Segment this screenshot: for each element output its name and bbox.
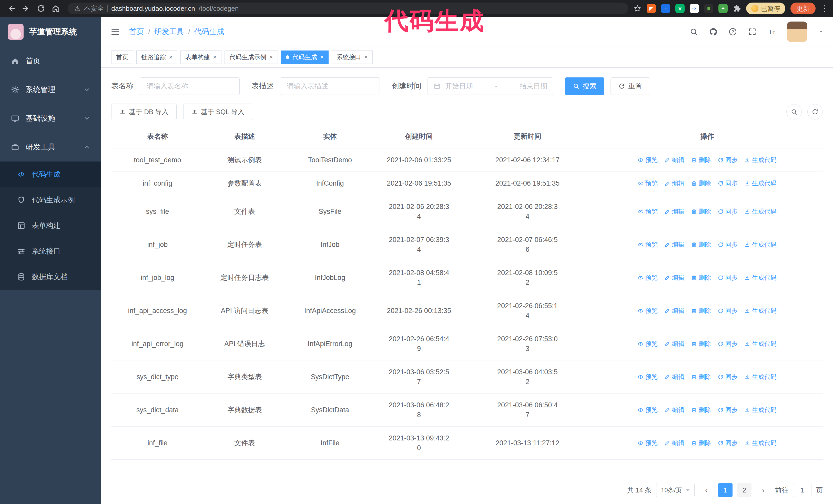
browser-menu-icon[interactable]: ⋮ bbox=[821, 7, 828, 10]
page-size-select[interactable]: 10条/页 bbox=[656, 483, 695, 497]
sync-link[interactable]: 同步 bbox=[718, 405, 738, 415]
browser-update-button[interactable]: 更新 bbox=[790, 3, 815, 14]
breadcrumb-home[interactable]: 首页 bbox=[129, 27, 144, 37]
extension-icon-leaf[interactable]: ✦ bbox=[718, 4, 728, 13]
generate-code-link[interactable]: 生成代码 bbox=[744, 240, 777, 249]
tab-form-builder[interactable]: 表单构建 × bbox=[181, 50, 221, 64]
preview-link[interactable]: 预览 bbox=[638, 372, 658, 382]
github-icon[interactable] bbox=[709, 27, 718, 36]
edit-link[interactable]: 编辑 bbox=[664, 306, 684, 316]
preview-link[interactable]: 预览 bbox=[638, 240, 658, 249]
help-icon[interactable]: ? bbox=[729, 27, 737, 36]
tab-codegen-example[interactable]: 代码生成示例 × bbox=[224, 50, 278, 64]
tab-system-api[interactable]: 系统接口 × bbox=[332, 50, 373, 64]
delete-link[interactable]: 删除 bbox=[691, 405, 711, 415]
browser-reload-button[interactable] bbox=[34, 2, 48, 15]
generate-code-link[interactable]: 生成代码 bbox=[744, 207, 777, 216]
extension-icon-drop[interactable]: ◦ bbox=[661, 4, 670, 13]
tab-codegen[interactable]: 代码生成 × bbox=[281, 50, 329, 64]
delete-link[interactable]: 删除 bbox=[691, 155, 711, 165]
profile-paused-badge[interactable]: 已暂停 bbox=[746, 3, 785, 14]
generate-code-link[interactable]: 生成代码 bbox=[744, 339, 777, 349]
caret-down-icon[interactable] bbox=[818, 29, 824, 34]
font-size-icon[interactable]: TT bbox=[767, 27, 776, 36]
browser-home-button[interactable] bbox=[49, 2, 63, 15]
app-logo[interactable]: 芋道管理系统 bbox=[0, 17, 101, 47]
delete-link[interactable]: 删除 bbox=[691, 339, 711, 349]
sync-link[interactable]: 同步 bbox=[718, 372, 738, 382]
edit-link[interactable]: 编辑 bbox=[664, 207, 684, 216]
preview-link[interactable]: 预览 bbox=[638, 155, 658, 165]
sync-link[interactable]: 同步 bbox=[718, 155, 738, 165]
generate-code-link[interactable]: 生成代码 bbox=[744, 438, 777, 448]
sidebar-item-home[interactable]: 首页 bbox=[0, 47, 101, 75]
preview-link[interactable]: 预览 bbox=[638, 339, 658, 349]
sync-link[interactable]: 同步 bbox=[718, 306, 738, 316]
edit-link[interactable]: 编辑 bbox=[664, 438, 684, 448]
delete-link[interactable]: 删除 bbox=[691, 273, 711, 283]
date-range-picker[interactable]: 开始日期 - 结束日期 bbox=[428, 77, 553, 95]
sidebar-item-codegen[interactable]: 代码生成 bbox=[0, 162, 101, 187]
sync-link[interactable]: 同步 bbox=[718, 207, 738, 216]
prev-page-button[interactable]: ‹ bbox=[699, 483, 714, 497]
sidebar-item-infrastructure[interactable]: 基础设施 bbox=[0, 104, 101, 133]
sidebar-item-form-builder[interactable]: 表单构建 bbox=[0, 213, 101, 238]
edit-link[interactable]: 编辑 bbox=[664, 372, 684, 382]
close-icon[interactable]: × bbox=[213, 54, 217, 61]
preview-link[interactable]: 预览 bbox=[638, 405, 658, 415]
next-page-button[interactable]: › bbox=[756, 483, 770, 497]
delete-link[interactable]: 删除 bbox=[691, 240, 711, 249]
sidebar-item-db-docs[interactable]: 数据库文档 bbox=[0, 264, 101, 290]
delete-link[interactable]: 删除 bbox=[691, 178, 711, 188]
extension-icon-fox[interactable]: ◤ bbox=[647, 4, 656, 13]
sidebar-item-devtools[interactable]: 研发工具 bbox=[0, 133, 101, 162]
preview-link[interactable]: 预览 bbox=[638, 438, 658, 448]
page-button-1[interactable]: 1 bbox=[718, 483, 733, 497]
edit-link[interactable]: 编辑 bbox=[664, 240, 684, 249]
sync-link[interactable]: 同步 bbox=[718, 438, 738, 448]
extension-icon-check[interactable]: V bbox=[675, 4, 685, 13]
edit-link[interactable]: 编辑 bbox=[664, 155, 684, 165]
address-bar[interactable]: ⚠ 不安全 dashboard.yudao.iocoder.cn/tool/co… bbox=[68, 3, 628, 14]
sidebar-item-system-api[interactable]: 系统接口 bbox=[0, 238, 101, 264]
edit-link[interactable]: 编辑 bbox=[664, 339, 684, 349]
close-icon[interactable]: × bbox=[320, 54, 324, 61]
bookmark-star-icon[interactable] bbox=[633, 4, 642, 13]
close-icon[interactable]: × bbox=[169, 54, 172, 61]
preview-link[interactable]: 预览 bbox=[638, 178, 658, 188]
close-icon[interactable]: × bbox=[364, 54, 368, 61]
browser-back-button[interactable] bbox=[5, 2, 18, 15]
preview-link[interactable]: 预览 bbox=[638, 273, 658, 283]
generate-code-link[interactable]: 生成代码 bbox=[744, 178, 777, 188]
security-label[interactable]: 不安全 bbox=[84, 4, 104, 13]
extensions-puzzle-icon[interactable] bbox=[733, 4, 741, 13]
close-icon[interactable]: × bbox=[269, 54, 273, 61]
generate-code-link[interactable]: 生成代码 bbox=[744, 273, 777, 283]
delete-link[interactable]: 删除 bbox=[691, 306, 711, 316]
edit-link[interactable]: 编辑 bbox=[664, 405, 684, 415]
reset-button[interactable]: 重置 bbox=[611, 77, 650, 95]
preview-link[interactable]: 预览 bbox=[638, 306, 658, 316]
fullscreen-icon[interactable] bbox=[748, 27, 757, 36]
generate-code-link[interactable]: 生成代码 bbox=[744, 155, 777, 165]
page-button-2[interactable]: 2 bbox=[737, 483, 752, 497]
table-desc-input[interactable] bbox=[280, 77, 380, 95]
edit-link[interactable]: 编辑 bbox=[664, 273, 684, 283]
delete-link[interactable]: 删除 bbox=[691, 207, 711, 216]
extension-icon-people[interactable]: ⁘ bbox=[690, 4, 699, 13]
delete-link[interactable]: 删除 bbox=[691, 438, 711, 448]
search-button[interactable]: 搜索 bbox=[565, 77, 604, 95]
generate-code-link[interactable]: 生成代码 bbox=[744, 306, 777, 316]
sync-link[interactable]: 同步 bbox=[718, 273, 738, 283]
user-avatar[interactable] bbox=[787, 22, 807, 42]
sync-link[interactable]: 同步 bbox=[718, 178, 738, 188]
import-db-button[interactable]: 基于 DB 导入 bbox=[111, 103, 176, 120]
browser-forward-button[interactable] bbox=[20, 2, 33, 15]
tab-home[interactable]: 首页 bbox=[111, 50, 133, 64]
extension-icon-dark[interactable]: ≡ bbox=[704, 4, 713, 13]
preview-link[interactable]: 预览 bbox=[638, 207, 658, 216]
sync-link[interactable]: 同步 bbox=[718, 339, 738, 349]
delete-link[interactable]: 删除 bbox=[691, 372, 711, 382]
edit-link[interactable]: 编辑 bbox=[664, 178, 684, 188]
generate-code-link[interactable]: 生成代码 bbox=[744, 405, 777, 415]
